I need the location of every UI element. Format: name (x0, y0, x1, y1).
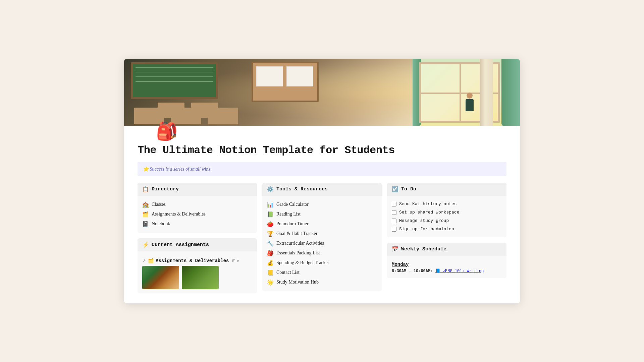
todo-label-4: Sign up for badminton (399, 227, 454, 232)
left-column: 📋 Directory 🏫 Classes 🗂️ Assignments & D… (138, 183, 257, 293)
classes-label: Classes (152, 202, 166, 207)
tool-link-budget[interactable]: 💰 Spending & Budget Tracker (267, 258, 377, 268)
todo-label-3: Message study group (399, 218, 449, 223)
todo-label-1: Send Kai history notes (399, 201, 457, 206)
tools-card-body: 📊 Grade Calculator 📗 Reading List 🍅 Pomo… (262, 196, 382, 291)
assignment-db-icon: 🗂️ (148, 258, 154, 264)
assignment-db-toggle: ⊞ ∨ (232, 258, 239, 263)
todo-item-3: Message study group (392, 217, 502, 225)
goal-tracker-label: Goal & Habit Tracker (276, 231, 317, 236)
student-figure (463, 93, 476, 119)
schedule-header-icon: 📅 (392, 246, 398, 252)
todo-item-1: Send Kai history notes (392, 200, 502, 208)
tool-link-extracurricular[interactable]: 🔧 Extracurricular Activities (267, 239, 377, 248)
schedule-monday: Monday (392, 260, 502, 268)
desk-5 (191, 103, 218, 118)
banner-image (124, 59, 520, 126)
assignments-header-icon: ⚡ (142, 242, 149, 248)
assignments-header-title: Current Assignments (152, 242, 209, 248)
assignment-arrow-icon: ↗ (142, 258, 146, 263)
pomodoro-label: Pomodoro Timer (276, 221, 308, 227)
quote-text: ⭐ Success is a series of small wins (143, 167, 210, 172)
directory-card: 📋 Directory 🏫 Classes 🗂️ Assignments & D… (138, 183, 257, 233)
tools-resources-card: ⚙️ Tools & Resources 📊 Grade Calculator … (262, 183, 382, 291)
directory-header-title: Directory (152, 186, 179, 192)
weekly-schedule-card: 📅 Weekly Schedule Monday 8:30AM – 10:00A… (387, 243, 506, 278)
todo-item-2: Set up shared workspace (392, 208, 502, 217)
backpack-emoji: 🎒 (156, 121, 506, 141)
directory-link-notebook[interactable]: 📓 Notebook (142, 219, 252, 229)
packing-list-icon: 🎒 (267, 250, 274, 256)
grade-calculator-label: Grade Calculator (276, 202, 309, 207)
todo-checkbox-2[interactable] (392, 210, 396, 215)
todo-item-4: Sign up for badminton (392, 225, 502, 233)
budget-label: Spending & Budget Tracker (276, 260, 329, 265)
todo-checkbox-4[interactable] (392, 227, 396, 232)
classes-icon: 🏫 (142, 201, 149, 208)
directory-card-body: 🏫 Classes 🗂️ Assignments & Deliverables … (138, 196, 257, 233)
backpack-icon: 🎒 (156, 121, 506, 141)
extracurricular-label: Extracurricular Activities (276, 241, 324, 246)
tool-link-motivation-hub[interactable]: 🌟 Study Motivation Hub (267, 278, 377, 287)
right-column: ☑️ To Do Send Kai history notes Set up s… (387, 183, 506, 293)
desk-4 (158, 103, 184, 118)
notebook-label: Notebook (152, 221, 170, 227)
bulletin-board (252, 62, 319, 102)
page-container: 🎒 The Ultimate Notion Template for Stude… (124, 59, 520, 303)
tool-link-packing-list[interactable]: 🎒 Essentials Packing List (267, 248, 377, 258)
todo-card: ☑️ To Do Send Kai history notes Set up s… (387, 183, 506, 237)
reading-list-label: Reading List (276, 212, 301, 217)
assignments-card-body: ↗ 🗂️ Assignments & Deliverables ⊞ ∨ (138, 251, 257, 293)
todo-checkbox-1[interactable] (392, 202, 396, 206)
schedule-course-link-1[interactable]: 📘 ↗ENG 101: Writing (435, 269, 484, 274)
todo-header-title: To Do (401, 186, 416, 192)
middle-column: ⚙️ Tools & Resources 📊 Grade Calculator … (262, 183, 382, 293)
todo-checkbox-3[interactable] (392, 219, 396, 223)
motivation-hub-label: Study Motivation Hub (276, 280, 319, 285)
content-area: 🎒 The Ultimate Notion Template for Stude… (124, 126, 520, 303)
todo-card-header: ☑️ To Do (387, 183, 506, 196)
tools-card-header: ⚙️ Tools & Resources (262, 183, 382, 196)
packing-list-label: Essentials Packing List (276, 250, 320, 256)
quote-box: ⭐ Success is a series of small wins (138, 162, 506, 176)
library-image (182, 266, 219, 289)
tool-link-goal-tracker[interactable]: 🏆 Goal & Habit Tracker (267, 229, 377, 239)
contact-list-icon: 📒 (267, 269, 274, 276)
pomodoro-icon: 🍅 (267, 221, 274, 227)
pillar (480, 59, 493, 126)
reading-list-icon: 📗 (267, 211, 274, 218)
directory-header-icon: 📋 (142, 186, 149, 192)
tool-link-pomodoro[interactable]: 🍅 Pomodoro Timer (267, 219, 377, 229)
tools-header-icon: ⚙️ (267, 186, 274, 192)
tool-link-contact-list[interactable]: 📒 Contact List (267, 268, 377, 278)
assignments-label: Assignments & Deliverables (152, 212, 206, 217)
schedule-time-1: 8:30AM – 10:00AM: (392, 269, 433, 274)
notebook-icon: 📓 (142, 221, 149, 227)
assignment-images (142, 266, 252, 289)
tools-header-title: Tools & Resources (276, 186, 328, 192)
directory-link-classes[interactable]: 🏫 Classes (142, 200, 252, 209)
assignments-icon: 🗂️ (142, 211, 149, 218)
columns-layout: 📋 Directory 🏫 Classes 🗂️ Assignments & D… (138, 183, 506, 293)
assignment-link-label[interactable]: Assignments & Deliverables (156, 258, 229, 263)
page-title: The Ultimate Notion Template for Student… (138, 144, 506, 157)
tool-link-grade-calculator[interactable]: 📊 Grade Calculator (267, 200, 377, 209)
assignments-card-header: ⚡ Current Assignments (138, 238, 257, 251)
assignment-subheading: ↗ 🗂️ Assignments & Deliverables ⊞ ∨ (142, 255, 252, 266)
schedule-card-body: Monday 8:30AM – 10:00AM: 📘 ↗ENG 101: Wri… (387, 256, 506, 278)
motivation-hub-icon: 🌟 (267, 279, 274, 286)
goal-tracker-icon: 🏆 (267, 231, 274, 237)
directory-link-assignments[interactable]: 🗂️ Assignments & Deliverables (142, 209, 252, 219)
schedule-item-1: 8:30AM – 10:00AM: 📘 ↗ENG 101: Writing (392, 268, 502, 274)
grade-calculator-icon: 📊 (267, 201, 274, 208)
schedule-card-header: 📅 Weekly Schedule (387, 243, 506, 256)
current-assignments-card: ⚡ Current Assignments ↗ 🗂️ Assignments &… (138, 238, 257, 293)
budget-icon: 💰 (267, 260, 274, 266)
campus-image (142, 266, 179, 289)
directory-card-header: 📋 Directory (138, 183, 257, 196)
contact-list-label: Contact List (276, 270, 300, 275)
schedule-header-title: Weekly Schedule (401, 246, 446, 252)
todo-label-2: Set up shared workspace (399, 210, 459, 215)
tool-link-reading-list[interactable]: 📗 Reading List (267, 209, 377, 219)
todo-header-icon: ☑️ (392, 186, 398, 192)
